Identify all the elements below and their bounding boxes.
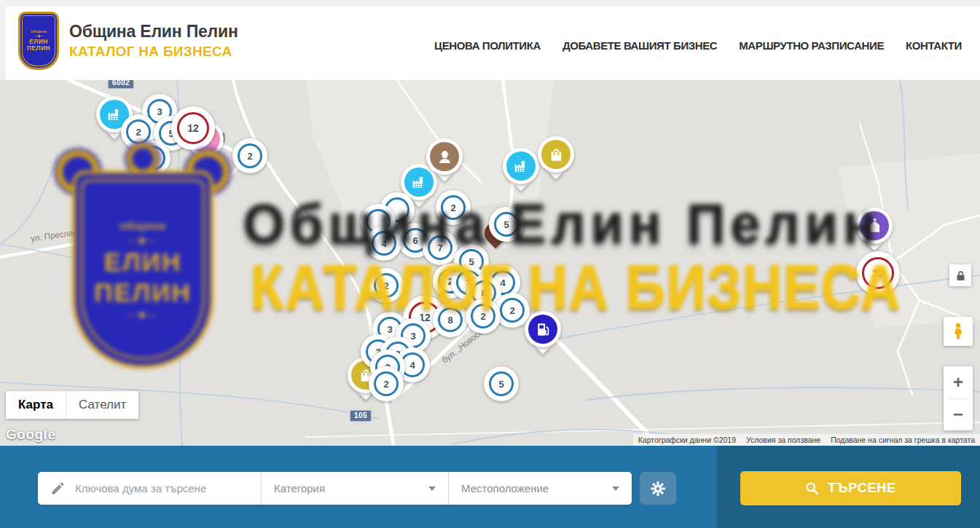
pegman-icon[interactable] <box>944 317 973 346</box>
keyword-search-input[interactable] <box>74 481 251 495</box>
map-cluster-marker[interactable]: 2 <box>369 366 404 401</box>
google-logo[interactable]: Google <box>6 427 55 443</box>
map-type-control: Карта Сателит <box>6 391 138 419</box>
map-pin-factory[interactable] <box>503 148 539 184</box>
map-cluster-marker[interactable]: 2 <box>232 138 267 173</box>
map-cluster-marker[interactable]: 12 <box>171 106 215 150</box>
attribution-terms-link[interactable]: Условия за ползване <box>746 436 820 444</box>
brand-text: Община Елин Пелин КАТАЛОГ НА БИЗНЕСА <box>69 22 238 60</box>
map-cluster-marker[interactable]: 7 <box>423 230 458 265</box>
map-cluster-marker[interactable]: 2 <box>369 268 404 303</box>
search-controls: Категория Местоположение <box>38 472 632 505</box>
page-top-strip <box>0 0 980 7</box>
map-cluster-marker[interactable]: 5 <box>484 366 519 401</box>
nav-route-schedule[interactable]: МАРШРУТНО РАЗПИСАНИЕ <box>739 39 884 52</box>
map-attribution: Картографски данни ©2019 Условия за полз… <box>633 434 980 446</box>
attribution-copyright: Картографски данни ©2019 <box>638 436 736 444</box>
map-pin-worker[interactable] <box>426 138 463 175</box>
map-cluster-marker[interactable]: 2 <box>436 190 471 225</box>
nav-pricing-policy[interactable]: ЦЕНОВА ПОЛИТИКА <box>434 39 541 52</box>
pencil-icon <box>50 481 65 496</box>
attribution-report-error-link[interactable]: Подаване на сигнал за грешка в картата <box>831 436 975 444</box>
map-pin-fuel[interactable] <box>525 311 561 347</box>
map-cluster-marker[interactable]: 2 <box>495 293 530 328</box>
gear-icon <box>649 480 667 497</box>
site-subtitle: КАТАЛОГ НА БИЗНЕСА <box>69 44 238 60</box>
category-select[interactable]: Категория <box>261 472 448 505</box>
header: община —◆— ЕЛИН ПЕЛИН Община Елин Пелин … <box>0 0 980 80</box>
search-button-label: ТЪРСЕНЕ <box>828 481 896 496</box>
map-type-map-button[interactable]: Карта <box>6 391 66 419</box>
nav-add-your-business[interactable]: ДОБАВЕТЕ ВАШИЯТ БИЗНЕС <box>562 39 717 52</box>
advanced-settings-button[interactable] <box>640 472 676 505</box>
map-cluster-marker[interactable]: 2 <box>466 299 501 334</box>
map-pin-church[interactable] <box>856 208 893 244</box>
search-bar: Категория Местоположение ТЪРСЕН <box>0 446 980 528</box>
search-button[interactable]: ТЪРСЕНЕ <box>740 471 961 505</box>
zoom-out-button[interactable]: − <box>944 399 973 431</box>
map-cluster-marker[interactable]: 10 <box>856 251 900 295</box>
municipality-emblem-icon: община —◆— ЕЛИН ПЕЛИН <box>18 12 59 70</box>
map-cluster-marker[interactable] <box>136 141 170 176</box>
page-left-strip <box>0 0 6 80</box>
map-cluster-marker[interactable]: 4 <box>366 226 401 261</box>
road-number-badge: 105 <box>350 410 372 422</box>
map-cluster-marker[interactable]: 5 <box>489 207 524 242</box>
location-select-value: Местоположение <box>461 482 549 494</box>
main-nav: ЦЕНОВА ПОЛИТИКА ДОБАВЕТЕ ВАШИЯТ БИЗНЕС М… <box>434 39 962 52</box>
zoom-control: + − <box>944 366 973 430</box>
search-icon <box>805 481 819 495</box>
map-cluster-marker[interactable]: 8 <box>433 302 468 337</box>
location-select[interactable]: Местоположение <box>448 472 632 505</box>
road-number-badge: 6002 <box>108 80 134 89</box>
map-type-satellite-button[interactable]: Сателит <box>66 391 138 419</box>
category-select-value: Категория <box>274 482 325 494</box>
chevron-down-icon <box>612 486 619 491</box>
map-canvas[interactable]: 325122256475274282128233384325106002105у… <box>0 80 980 446</box>
zoom-in-button[interactable]: + <box>944 366 973 398</box>
chevron-down-icon <box>428 486 436 491</box>
emblem-name-line2: ПЕЛИН <box>27 45 50 52</box>
map-pin-bag[interactable] <box>538 136 574 173</box>
site-logo[interactable]: община —◆— ЕЛИН ПЕЛИН Община Елин Пелин … <box>18 12 238 70</box>
site-title: Община Елин Пелин <box>69 22 238 42</box>
nav-contacts[interactable]: КОНТАКТИ <box>906 39 962 52</box>
keyword-segment <box>38 472 261 505</box>
lock-icon[interactable] <box>949 264 971 286</box>
